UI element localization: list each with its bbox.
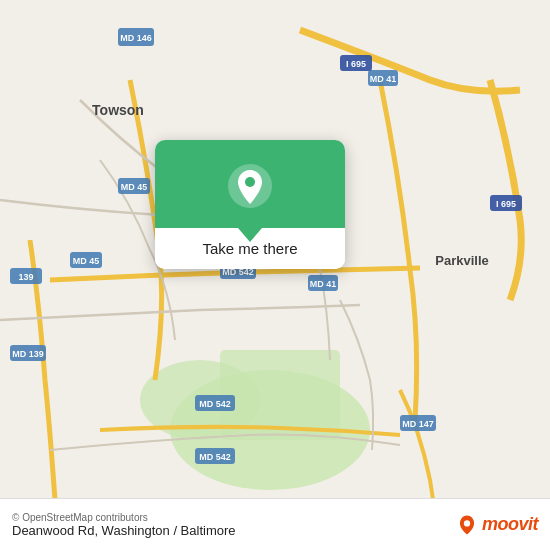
- location-label: Deanwood Rd, Washington / Baltimore: [12, 523, 448, 538]
- svg-text:139: 139: [18, 272, 33, 282]
- svg-text:I 695: I 695: [346, 59, 366, 69]
- svg-text:MD 45: MD 45: [73, 256, 100, 266]
- svg-text:I 695: I 695: [496, 199, 516, 209]
- location-pin-icon: [226, 162, 274, 210]
- svg-text:MD 45: MD 45: [121, 182, 148, 192]
- svg-text:MD 542: MD 542: [199, 452, 231, 462]
- map-container: MD 146 MD 41 I 695 I 695 MD 45 MD 45 MD …: [0, 0, 550, 550]
- moovit-logo: moovit: [456, 514, 538, 536]
- copyright-text: © OpenStreetMap contributors: [12, 512, 456, 523]
- svg-point-33: [245, 177, 255, 187]
- svg-text:MD 147: MD 147: [402, 419, 434, 429]
- svg-text:MD 146: MD 146: [120, 33, 152, 43]
- svg-point-34: [464, 520, 470, 526]
- map-background: MD 146 MD 41 I 695 I 695 MD 45 MD 45 MD …: [0, 0, 550, 550]
- popup-triangle: [238, 228, 262, 242]
- svg-text:Towson: Towson: [92, 102, 144, 118]
- popup-card: Take me there: [155, 140, 345, 269]
- moovit-pin-icon: [456, 514, 478, 536]
- svg-text:MD 139: MD 139: [12, 349, 44, 359]
- popup-header: [155, 140, 345, 228]
- bottom-bar: © OpenStreetMap contributors Deanwood Rd…: [0, 498, 550, 550]
- svg-text:Parkville: Parkville: [435, 253, 489, 268]
- svg-text:MD 542: MD 542: [199, 399, 231, 409]
- svg-text:MD 41: MD 41: [310, 279, 337, 289]
- moovit-brand-text: moovit: [482, 514, 538, 535]
- svg-text:MD 41: MD 41: [370, 74, 397, 84]
